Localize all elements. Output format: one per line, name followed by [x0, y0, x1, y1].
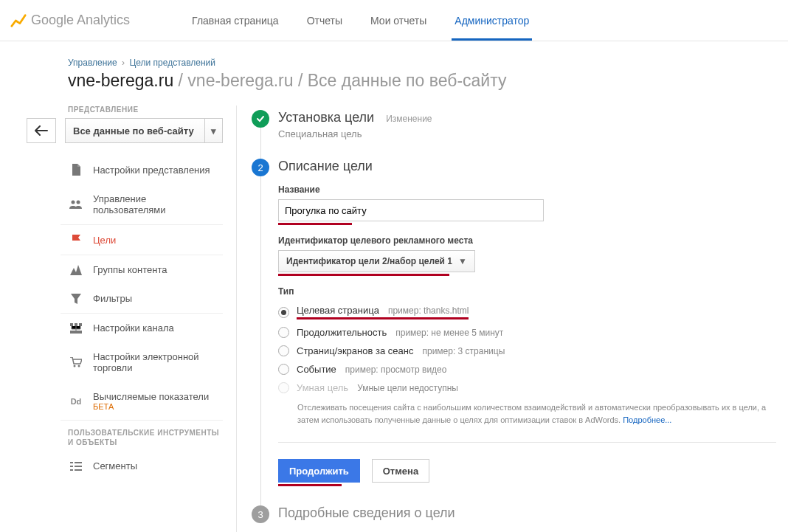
segments-icon [68, 462, 84, 471]
view-section-label: ПРЕДСТАВЛЕНИЕ [68, 106, 223, 114]
content-group-icon [68, 265, 84, 275]
document-icon [68, 164, 84, 176]
radio-duration[interactable] [278, 327, 289, 338]
svg-point-1 [77, 201, 80, 204]
flag-icon [68, 234, 84, 246]
svg-rect-11 [75, 466, 82, 467]
breadcrumb-a[interactable]: Управление [68, 58, 117, 68]
svg-rect-4 [79, 323, 82, 326]
step-cancel-button[interactable]: Отмена [372, 459, 429, 483]
step2-icon: 2 [252, 159, 269, 176]
svg-rect-13 [75, 469, 82, 471]
svg-point-7 [78, 365, 80, 367]
caret-down-icon: ▼ [458, 256, 467, 266]
step3-icon: 3 [252, 505, 269, 523]
type-label: Тип [278, 286, 776, 297]
filter-icon [68, 294, 84, 304]
radio-event[interactable] [278, 364, 289, 375]
smart-goal-description: Отслеживать посещения сайта с наибольшим… [297, 401, 776, 426]
svg-rect-12 [70, 469, 73, 471]
cart-icon [68, 357, 84, 367]
slot-label: Идентификатор целевого рекламного места [278, 235, 776, 246]
radio-destination[interactable] [278, 307, 289, 318]
radio-smart-goal [278, 382, 289, 393]
analytics-icon [10, 13, 27, 29]
svg-rect-2 [70, 323, 73, 326]
radio-duration-label: Продолжительность [297, 327, 387, 338]
radio-smart-label: Умная цель [297, 382, 348, 393]
goal-slot-dropdown[interactable]: Идентификатор цели 2/набор целей 1▼ [278, 250, 475, 272]
step3-title: Подробные сведения о цели [278, 505, 455, 521]
sidebar-item-channel-settings[interactable]: Настройки канала [61, 314, 223, 342]
step1-change-link[interactable]: Изменение [386, 114, 432, 124]
svg-rect-10 [70, 466, 73, 467]
step1-subtitle: Специальная цель [278, 128, 776, 139]
sidebar-item-view-settings[interactable]: Настройки представления [61, 155, 223, 184]
step1-title: Установка цели [278, 110, 374, 125]
sidebar-item-content-groups[interactable]: Группы контента [61, 255, 223, 284]
channel-icon [68, 323, 84, 334]
sidebar-item-goals[interactable]: Цели [61, 225, 223, 255]
brand-logo: Google Analytics [10, 13, 130, 29]
continue-button[interactable]: Продолжить [278, 459, 360, 483]
radio-event-label: Событие [297, 364, 336, 375]
sidebar-item-segments[interactable]: Сегменты [61, 452, 223, 480]
breadcrumb-b[interactable]: Цели представлений [129, 58, 215, 68]
breadcrumb: Управление › Цели представлений [68, 58, 788, 68]
page-title: vne-berega.ru / vne-berega.ru / Все данн… [68, 71, 788, 91]
product-name: Analytics [77, 13, 130, 27]
brand-name: Google [31, 13, 74, 27]
chevron-down-icon: ▾ [204, 119, 222, 142]
svg-rect-3 [75, 323, 77, 326]
goal-name-input[interactable] [278, 199, 544, 221]
users-icon [68, 200, 84, 209]
nav-home[interactable]: Главная страница [189, 1, 282, 40]
sidebar-item-ecommerce[interactable]: Настройки электронной торговли [61, 342, 223, 382]
radio-pps-label: Страниц/экранов за сеанс [297, 345, 413, 356]
step2-title: Описание цели [278, 159, 373, 174]
sidebar-item-calc-metrics[interactable]: Dd Вычисляемые показателиБЕТА [61, 382, 223, 421]
tools-section-label: ПОЛЬЗОВАТЕЛЬСКИЕ ИНСТРУМЕНТЫ И ОБЪЕКТЫ [68, 428, 223, 447]
nav-reports[interactable]: Отчеты [304, 1, 345, 40]
sidebar-item-user-management[interactable]: Управление пользователями [61, 184, 223, 225]
nav-admin[interactable]: Администратор [452, 1, 532, 40]
svg-rect-9 [75, 462, 82, 463]
step1-done-icon [252, 110, 269, 128]
sidebar-item-filters[interactable]: Фильтры [61, 284, 223, 314]
svg-point-6 [74, 365, 76, 367]
radio-pages-per-session[interactable] [278, 345, 289, 356]
svg-point-0 [72, 201, 75, 204]
svg-rect-8 [70, 462, 73, 463]
back-button[interactable] [27, 118, 56, 143]
view-picker[interactable]: Все данные по веб-сайту ▾ [65, 118, 223, 143]
smart-goal-more-link[interactable]: Подробнее... [623, 415, 671, 424]
svg-rect-5 [70, 331, 82, 334]
radio-destination-label: Целевая страница [297, 305, 379, 316]
nav-my-reports[interactable]: Мои отчеты [367, 1, 429, 40]
dd-icon: Dd [68, 397, 84, 406]
name-label: Название [278, 184, 776, 195]
